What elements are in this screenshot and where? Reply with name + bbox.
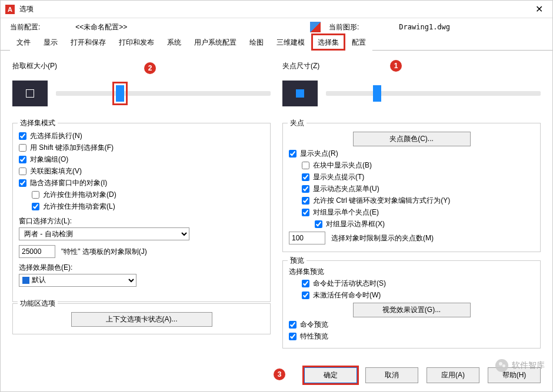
drawing-value: Drawing1.dwg xyxy=(399,23,450,31)
chk-shift-add[interactable] xyxy=(19,144,26,152)
grip-size-slider[interactable] xyxy=(326,91,541,96)
chk-prop-preview[interactable] xyxy=(289,333,297,340)
window-method-label: 窗口选择方法(L): xyxy=(19,216,264,226)
selection-mode-group: 选择集模式 先选择后执行(N) 用 Shift 键添加到选择集(F) 对象编组(… xyxy=(12,123,271,302)
chk-grip-tips[interactable] xyxy=(302,173,309,181)
chk-cmd-preview[interactable] xyxy=(289,321,297,329)
tabs: 文件 显示 打开和保存 打印和发布 系统 用户系统配置 绘图 三维建模 选择集 … xyxy=(1,33,552,51)
chk-cmd-active[interactable] xyxy=(302,280,309,287)
tab-files[interactable]: 文件 xyxy=(10,33,37,51)
chk-group-single[interactable] xyxy=(302,209,309,216)
ribbon-legend: 功能区选项 xyxy=(18,299,58,309)
chk-drag-obj[interactable] xyxy=(32,191,39,199)
dialog-content: 拾取框大小(P) 选择集模式 先选择后执行(N) 用 Shift 键添加到选择集… xyxy=(1,51,552,361)
tab-plot[interactable]: 打印和发布 xyxy=(112,33,161,51)
grips-legend: 夹点 xyxy=(288,118,307,128)
tab-selection[interactable]: 选择集 xyxy=(311,33,345,51)
chk-implied-window[interactable] xyxy=(19,179,26,187)
profile-row: 当前配置: <<未命名配置>> 当前图形: Drawing1.dwg xyxy=(1,18,552,33)
annotation-badge-2: 2 xyxy=(144,62,156,74)
drawing-label: 当前图形: xyxy=(329,22,359,32)
chk-sel-after[interactable] xyxy=(19,132,26,140)
tab-3d[interactable]: 三维建模 xyxy=(270,33,311,51)
grip-size-label: 夹点尺寸(Z) xyxy=(282,61,541,71)
annotation-badge-1: 1 xyxy=(390,60,402,72)
tab-draw[interactable]: 绘图 xyxy=(243,33,270,51)
watermark: 软件智库 xyxy=(495,359,545,372)
chk-drag-lasso[interactable] xyxy=(32,203,39,210)
close-icon[interactable]: ✕ xyxy=(531,2,548,16)
wechat-icon xyxy=(495,359,508,372)
apply-button[interactable]: 应用(A) xyxy=(427,367,479,383)
chk-dyn-grip-menu[interactable] xyxy=(302,185,309,193)
chk-obj-group[interactable] xyxy=(19,156,26,163)
visual-effects-button[interactable]: 视觉效果设置(G)... xyxy=(353,303,471,317)
window-method-select[interactable]: 两者 - 自动检测 xyxy=(19,227,189,240)
pickbox-preview xyxy=(12,81,48,106)
grip-color-button[interactable]: 夹点颜色(C)... xyxy=(353,132,471,146)
chk-show-grips[interactable] xyxy=(289,150,297,158)
tab-profiles[interactable]: 配置 xyxy=(345,33,372,51)
app-icon: A xyxy=(5,5,15,14)
chk-group-bbox[interactable] xyxy=(315,220,322,228)
annotation-badge-3: 3 xyxy=(274,368,285,380)
ok-button[interactable]: 确定 xyxy=(304,367,357,383)
prop-limit-input[interactable] xyxy=(19,245,55,258)
profile-value: <<未命名配置>> xyxy=(75,22,127,32)
grip-limit-label: 选择对象时限制显示的夹点数(M) xyxy=(331,233,434,243)
selection-mode-legend: 选择集模式 xyxy=(18,118,58,128)
effect-color-select[interactable] xyxy=(19,274,136,287)
grip-preview xyxy=(282,81,318,106)
cancel-button[interactable]: 取消 xyxy=(365,367,418,383)
slider-thumb[interactable] xyxy=(116,85,124,102)
titlebar: A 选项 ✕ xyxy=(1,1,552,18)
tab-system[interactable]: 系统 xyxy=(161,33,188,51)
preview-legend: 预览 xyxy=(288,256,307,266)
grip-limit-input[interactable] xyxy=(289,232,325,244)
prop-limit-label: "特性" 选项板的对象限制(J) xyxy=(61,247,147,257)
slider-thumb[interactable] xyxy=(373,85,381,102)
pickbox-size-label: 拾取框大小(P) xyxy=(12,61,271,71)
options-dialog: A 选项 ✕ 当前配置: <<未命名配置>> 当前图形: Drawing1.dw… xyxy=(0,0,553,392)
grips-group: 夹点 夹点颜色(C)... 显示夹点(R) 在块中显示夹点(B) 显示夹点提示(… xyxy=(282,123,541,252)
ribbon-group: 功能区选项 上下文选项卡状态(A)... xyxy=(12,303,271,334)
pickbox-size-slider[interactable] xyxy=(56,91,271,96)
tab-display[interactable]: 显示 xyxy=(37,33,64,51)
window-title: 选项 xyxy=(19,4,34,14)
context-tab-state-button[interactable]: 上下文选项卡状态(A)... xyxy=(71,312,212,327)
chk-grips-in-block[interactable] xyxy=(302,162,309,169)
tab-user[interactable]: 用户系统配置 xyxy=(188,33,243,51)
preview-group: 预览 选择集预览 命令处于活动状态时(S) 未激活任何命令时(W) 视觉效果设置… xyxy=(282,260,541,349)
sel-preview-label: 选择集预览 xyxy=(289,267,534,277)
chk-assoc-hatch[interactable] xyxy=(19,167,26,175)
effect-color-label: 选择效果颜色(E): xyxy=(19,263,264,273)
tab-open-save[interactable]: 打开和保存 xyxy=(64,33,112,51)
drawing-icon xyxy=(310,22,321,32)
chk-no-cmd-active[interactable] xyxy=(302,292,309,299)
left-column: 拾取框大小(P) 选择集模式 先选择后执行(N) 用 Shift 键添加到选择集… xyxy=(12,56,271,361)
right-column: 夹点尺寸(Z) 夹点 夹点颜色(C)... 显示夹点(R) 在块中显示夹点(B)… xyxy=(282,56,541,361)
chk-ctrl-cycle[interactable] xyxy=(302,197,309,205)
profile-label: 当前配置: xyxy=(10,22,40,32)
